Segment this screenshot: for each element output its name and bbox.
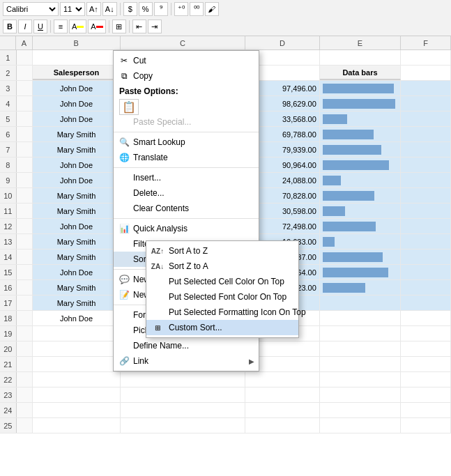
comma-button[interactable]: ⁹: [154, 2, 168, 16]
cell-a[interactable]: [17, 96, 33, 111]
cell-b[interactable]: John Doe: [33, 81, 121, 95]
font-size-select[interactable]: 11: [60, 2, 85, 16]
submenu-item-sort-az[interactable]: AZ↑Sort A to Z: [146, 243, 298, 259]
cell-b[interactable]: John Doe: [33, 219, 121, 233]
cell-a[interactable]: [17, 372, 33, 387]
borders-button[interactable]: ⊞: [112, 20, 126, 33]
cell-a[interactable]: [17, 112, 33, 126]
cell-f[interactable]: [401, 295, 451, 310]
cell-a[interactable]: [17, 265, 33, 279]
cell-e[interactable]: [320, 372, 401, 387]
cell-a[interactable]: [17, 81, 33, 95]
cell-b[interactable]: [33, 403, 121, 417]
cell-f[interactable]: [401, 81, 451, 95]
col-header-a[interactable]: A: [16, 36, 32, 49]
cell-a[interactable]: [17, 234, 33, 249]
submenu-item-custom-sort[interactable]: ⊞Custom Sort...: [146, 320, 298, 335]
cell-e[interactable]: [320, 234, 401, 249]
sort-submenu[interactable]: AZ↑Sort A to ZZA↓Sort Z to APut Selected…: [146, 240, 299, 338]
decrease-decimal-button[interactable]: ⁰⁰: [190, 2, 204, 16]
cell-b[interactable]: Mary Smith: [33, 280, 121, 295]
cell-a[interactable]: [17, 219, 33, 233]
cell-b[interactable]: John Doe: [33, 158, 121, 172]
cell-a[interactable]: [17, 357, 33, 371]
cell-b[interactable]: John Doe: [33, 173, 121, 187]
cell-f[interactable]: [401, 204, 451, 218]
cell-f[interactable]: [401, 112, 451, 126]
cell-a[interactable]: [17, 66, 33, 80]
cell-a[interactable]: [17, 188, 33, 203]
cell-b[interactable]: John Doe: [33, 265, 121, 279]
cell-d[interactable]: [245, 418, 320, 433]
col-header-f[interactable]: F: [401, 36, 451, 49]
cell-e[interactable]: [320, 204, 401, 218]
cell-e[interactable]: [320, 418, 401, 433]
italic-button[interactable]: I: [18, 20, 32, 33]
cell-e[interactable]: Data bars: [320, 66, 401, 80]
cell-e[interactable]: [320, 265, 401, 279]
cell-b[interactable]: Mary Smith: [33, 204, 121, 218]
cell-e[interactable]: [320, 326, 401, 341]
cell-b[interactable]: [33, 357, 121, 371]
cell-a[interactable]: [17, 280, 33, 295]
underline-button[interactable]: U: [33, 20, 47, 33]
cell-f[interactable]: [401, 249, 451, 264]
fill-color-button[interactable]: A: [69, 20, 86, 33]
cell-b[interactable]: Mary Smith: [33, 249, 121, 264]
paint-button[interactable]: 🖌: [205, 2, 219, 16]
cell-f[interactable]: [401, 50, 451, 65]
cell-f[interactable]: [401, 265, 451, 279]
cell-a[interactable]: [17, 341, 33, 356]
cell-a[interactable]: [17, 403, 33, 417]
menu-item-define-name[interactable]: Define Name...: [114, 338, 259, 353]
cell-e[interactable]: [320, 142, 401, 157]
cell-d[interactable]: [245, 387, 320, 402]
cell-c[interactable]: [121, 387, 245, 402]
increase-font-button[interactable]: A↑: [86, 2, 101, 16]
cell-f[interactable]: [401, 158, 451, 172]
cell-f[interactable]: [401, 418, 451, 433]
cell-f[interactable]: [401, 280, 451, 295]
bold-button[interactable]: B: [3, 20, 17, 33]
cell-b[interactable]: Mary Smith: [33, 188, 121, 203]
cell-b[interactable]: Mary Smith: [33, 295, 121, 310]
cell-b[interactable]: [33, 50, 121, 65]
cell-a[interactable]: [17, 142, 33, 157]
cell-e[interactable]: [320, 341, 401, 356]
indent-decrease-button[interactable]: ⇤: [132, 20, 146, 33]
cell-a[interactable]: [17, 50, 33, 65]
cell-f[interactable]: [401, 311, 451, 325]
cell-a[interactable]: [17, 173, 33, 187]
col-header-c[interactable]: C: [121, 36, 245, 49]
menu-item-copy[interactable]: ⧉Copy: [114, 68, 259, 84]
cell-e[interactable]: [320, 357, 401, 371]
cell-b[interactable]: [33, 418, 121, 433]
cell-e[interactable]: [320, 387, 401, 402]
cell-b[interactable]: John Doe: [33, 96, 121, 111]
cell-f[interactable]: [401, 66, 451, 80]
submenu-item-format-icon[interactable]: Put Selected Formatting Icon On Top: [146, 305, 298, 320]
cell-d[interactable]: [245, 403, 320, 417]
cell-b[interactable]: Mary Smith: [33, 127, 121, 141]
cell-b[interactable]: Salesperson: [33, 66, 121, 80]
cell-e[interactable]: [320, 112, 401, 126]
cell-a[interactable]: [17, 387, 33, 402]
cell-b[interactable]: [33, 341, 121, 356]
menu-item-cut[interactable]: ✂Cut: [114, 53, 259, 68]
cell-c[interactable]: [121, 372, 245, 387]
cell-f[interactable]: [401, 403, 451, 417]
cell-a[interactable]: [17, 326, 33, 341]
percent-button[interactable]: %: [139, 2, 153, 16]
menu-item-delete[interactable]: Delete...: [114, 185, 259, 201]
cell-f[interactable]: [401, 219, 451, 233]
decrease-font-button[interactable]: A↓: [102, 2, 117, 16]
indent-increase-button[interactable]: ⇥: [148, 20, 162, 33]
cell-f[interactable]: [401, 127, 451, 141]
cell-e[interactable]: [320, 311, 401, 325]
cell-a[interactable]: [17, 249, 33, 264]
cell-f[interactable]: [401, 357, 451, 371]
submenu-item-cell-color[interactable]: Put Selected Cell Color On Top: [146, 274, 298, 289]
cell-e[interactable]: [320, 158, 401, 172]
submenu-item-font-color[interactable]: Put Selected Font Color On Top: [146, 289, 298, 305]
font-select[interactable]: Calibri: [3, 2, 59, 16]
